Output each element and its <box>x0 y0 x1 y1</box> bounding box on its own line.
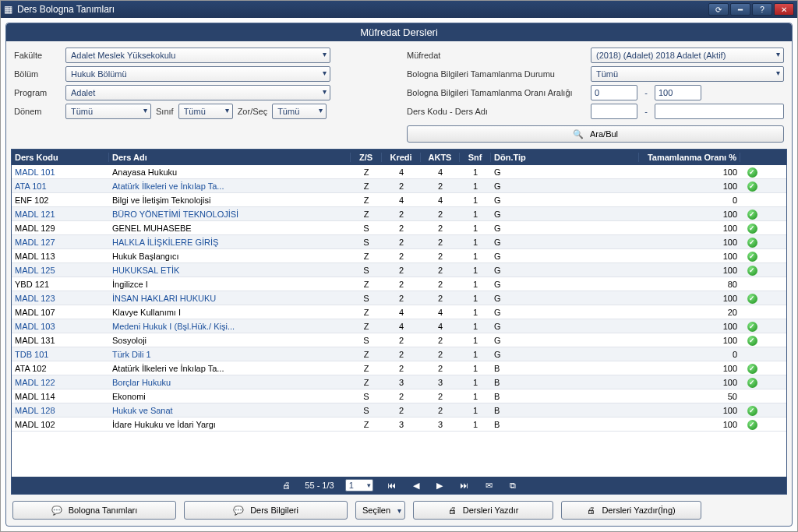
cell-zs: Z <box>351 167 382 177</box>
minimize-button[interactable]: ━ <box>730 3 750 16</box>
window-title: Ders Bologna Tanımları <box>17 4 115 15</box>
zorsec-select[interactable]: Tümü <box>272 104 327 119</box>
cell-code[interactable]: MADL 125 <box>12 266 109 275</box>
cell-name[interactable]: Medeni Hukuk I (Bşl.Hük./ Kişi... <box>109 322 351 331</box>
ders-bilgileri-button[interactable]: 💬 Ders Bilgileri <box>184 501 348 520</box>
print-icon: 🖨 <box>448 506 457 515</box>
table-row[interactable]: MADL 125HUKUKSAL ETİKS221G100✓ <box>12 263 786 277</box>
oran-to-input[interactable]: 100 <box>655 85 701 100</box>
copy-icon[interactable]: ⧉ <box>507 481 519 491</box>
table-row[interactable]: MADL 103Medeni Hukuk I (Bşl.Hük./ Kişi..… <box>12 319 786 333</box>
cell-code[interactable]: MADL 128 <box>12 406 109 415</box>
table-row[interactable]: TDB 101Türk Dili 1Z221G0 <box>12 347 786 361</box>
cell-name[interactable]: Borçlar Hukuku <box>109 378 351 387</box>
durum-select[interactable]: Tümü <box>591 66 784 82</box>
grid-body[interactable]: MADL 101Anayasa HukukuZ441G100✓ATA 101At… <box>12 165 786 477</box>
cell-code[interactable]: MADL 121 <box>12 210 109 219</box>
cell-code[interactable]: MADL 123 <box>12 294 109 303</box>
cell-tamamlandi: ✓ <box>740 419 764 430</box>
table-row[interactable]: ATA 102Atatürk İlkeleri ve İnkılap Ta...… <box>12 361 786 375</box>
pager-last[interactable]: ⏭ <box>457 481 471 490</box>
check-icon: ✓ <box>747 266 757 276</box>
col-zs[interactable]: Z/S <box>351 153 382 162</box>
table-row[interactable]: ATA 101Atatürk İlkeleri ve İnkılap Ta...… <box>12 179 786 193</box>
col-dontip[interactable]: Dön.Tip <box>491 153 639 162</box>
cell-name[interactable]: Türk Dili 1 <box>109 350 351 359</box>
col-oran[interactable]: Tamamlanma Oranı % <box>639 153 740 162</box>
app-window: ▦ Ders Bologna Tanımları ⟳ ━ ? ✕ Müfreda… <box>0 0 798 532</box>
check-icon: ✓ <box>747 210 757 220</box>
refresh-button[interactable]: ⟳ <box>708 3 729 16</box>
cell-name: Bilgi ve İletişim Teknolojisi <box>109 196 351 205</box>
cell-tamamlandi: ✓ <box>740 265 764 276</box>
cell-code[interactable]: MADL 103 <box>12 322 109 331</box>
col-kredi[interactable]: Kredi <box>382 153 421 162</box>
cell-snf: 1 <box>460 167 491 177</box>
table-row[interactable]: MADL 101Anayasa HukukuZ441G100✓ <box>12 165 786 179</box>
cell-code[interactable]: MADL 127 <box>12 238 109 247</box>
cell-tamamlandi: ✓ <box>740 321 764 332</box>
table-row[interactable]: MADL 131SosyolojiS221G100✓ <box>12 333 786 347</box>
cell-code[interactable]: ATA 101 <box>12 181 109 191</box>
col-akts[interactable]: AKTS <box>421 153 460 162</box>
cell-oran: 100 <box>639 336 740 345</box>
cell-oran: 100 <box>639 294 740 303</box>
bologna-tanimlari-button[interactable]: 💬 Bologna Tanımları <box>12 501 176 520</box>
table-row[interactable]: YBD 121İngilizce IZ221G80 <box>12 277 786 291</box>
bolum-select[interactable]: Hukuk Bölümü <box>65 66 330 82</box>
cell-code: MADL 107 <box>12 308 109 317</box>
cell-code[interactable]: TDB 101 <box>12 350 109 359</box>
table-row[interactable]: MADL 113Hukuk BaşlangıcıZ221G100✓ <box>12 249 786 263</box>
cell-name[interactable]: İNSAN HAKLARI HUKUKU <box>109 294 351 303</box>
cell-oran: 100 <box>639 252 740 261</box>
table-row[interactable]: MADL 107Klavye Kullanımı IZ441G20 <box>12 305 786 319</box>
cell-dontip: G <box>491 336 639 345</box>
table-row[interactable]: ENF 102Bilgi ve İletişim TeknolojisiZ441… <box>12 193 786 207</box>
check-icon: ✓ <box>747 238 757 248</box>
cell-name[interactable]: BÜRO YÖNETİMİ TEKNOLOJİSİ <box>109 210 351 219</box>
pager-prev[interactable]: ◀ <box>410 481 422 491</box>
print-icon[interactable]: 🖨 <box>279 481 294 490</box>
cell-oran: 100 <box>639 406 740 415</box>
table-row[interactable]: MADL 127HALKLA İLİŞKİLERE GİRİŞS221G100✓ <box>12 235 786 249</box>
cell-akts: 2 <box>421 280 460 289</box>
table-row[interactable]: MADL 123İNSAN HAKLARI HUKUKUS221G100✓ <box>12 291 786 305</box>
secilen-select[interactable]: Seçilen <box>355 501 405 520</box>
cell-code[interactable]: MADL 101 <box>12 167 109 177</box>
close-button[interactable]: ✕ <box>774 3 794 16</box>
program-select[interactable]: Adalet <box>65 85 330 100</box>
mufredat-select[interactable]: (2018) (Adalet) 2018 Adalet (Aktif) <box>591 48 784 63</box>
ders-adi-input[interactable] <box>655 104 784 119</box>
col-ders-adi[interactable]: Ders Adı <box>109 153 351 162</box>
sinif-select[interactable]: Tümü <box>178 104 233 119</box>
table-row[interactable]: MADL 102İdare Hukuku ve İdari YargıZ331B… <box>12 417 786 432</box>
table-row[interactable]: MADL 128Hukuk ve SanatS221B100✓ <box>12 403 786 417</box>
donem-select[interactable]: Tümü <box>65 104 151 119</box>
pager-page-select[interactable]: 1 <box>345 479 373 491</box>
fakulte-select[interactable]: Adalet Meslek Yüksekokulu <box>65 48 330 63</box>
mail-icon[interactable]: ✉ <box>482 481 496 491</box>
col-snf[interactable]: Snf <box>460 153 491 162</box>
dersleri-yazdir-ing-button[interactable]: 🖨 Dersleri Yazdır(İng) <box>561 501 701 520</box>
cell-akts: 2 <box>421 224 460 233</box>
cell-code[interactable]: MADL 122 <box>12 378 109 387</box>
ders-kodu-input[interactable] <box>591 104 637 119</box>
help-button[interactable]: ? <box>752 3 772 16</box>
dersleri-yazdir-button[interactable]: 🖨 Dersleri Yazdır <box>413 501 553 520</box>
table-row[interactable]: MADL 122Borçlar HukukuZ331B100✓ <box>12 375 786 389</box>
pager-next[interactable]: ▶ <box>433 481 446 491</box>
cell-akts: 4 <box>421 322 460 331</box>
search-button[interactable]: 🔍 Ara/Bul <box>407 125 784 143</box>
table-row[interactable]: MADL 129GENEL MUHASEBES221G100✓ <box>12 221 786 235</box>
pager-first[interactable]: ⏮ <box>384 481 399 490</box>
oran-from-input[interactable]: 0 <box>591 85 637 100</box>
cell-name[interactable]: HALKLA İLİŞKİLERE GİRİŞ <box>109 238 351 247</box>
cell-name[interactable]: HUKUKSAL ETİK <box>109 266 351 275</box>
cell-akts: 4 <box>421 167 460 177</box>
table-row[interactable]: MADL 114EkonomiS221B50 <box>12 389 786 403</box>
table-row[interactable]: MADL 121BÜRO YÖNETİMİ TEKNOLOJİSİZ221G10… <box>12 207 786 221</box>
cell-name[interactable]: Hukuk ve Sanat <box>109 406 351 415</box>
col-ders-kodu[interactable]: Ders Kodu <box>12 153 109 162</box>
cell-name[interactable]: Atatürk İlkeleri ve İnkılap Ta... <box>109 181 351 191</box>
cell-zs: Z <box>351 378 382 387</box>
